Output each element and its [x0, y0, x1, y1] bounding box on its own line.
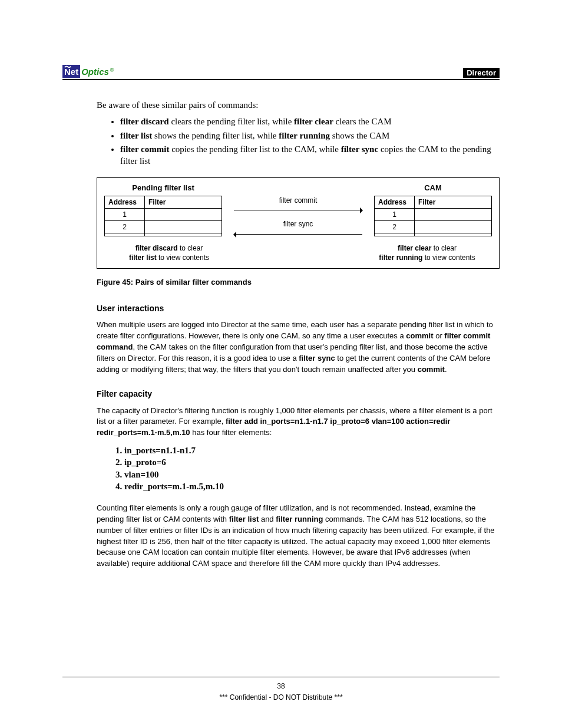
cam-table: AddressFilter 1 2	[374, 196, 492, 237]
arrow-sync-label: filter sync	[222, 219, 374, 229]
pending-table-col: Pending filter list AddressFilter 1 2	[104, 183, 222, 236]
arrows-column: filter commit filter sync	[222, 183, 374, 238]
user-interactions-heading: User interactions	[97, 303, 500, 314]
list-item: 3. vlan=100	[115, 469, 500, 480]
director-badge: Director	[463, 68, 500, 78]
under-cam-text: filter clear to clear filter running to …	[362, 243, 492, 262]
figure-box: Pending filter list AddressFilter 1 2 fi…	[97, 177, 500, 269]
under-pending-text: filter discard to clear filter list to v…	[104, 243, 234, 262]
confidential-notice: *** Confidential - DO NOT Distribute ***	[0, 692, 562, 703]
cam-table-col: CAM AddressFilter 1 2	[374, 183, 492, 236]
table-row: 1	[375, 208, 492, 220]
page-footer: 38 *** Confidential - DO NOT Distribute …	[0, 681, 562, 703]
table-row: 2	[375, 221, 492, 233]
arrow-commit-label: filter commit	[222, 196, 374, 205]
list-item: 4. redir_ports=m.1-m.5,m.10	[115, 480, 500, 492]
arrow-right-icon	[228, 206, 368, 215]
filter-capacity-para2: Counting filter elements is only a rough…	[97, 503, 500, 569]
intro-text: Be aware of these similar pairs of comma…	[97, 99, 500, 111]
logo-registered-icon: ®	[110, 67, 114, 73]
filter-capacity-para1: The capacity of Director's filtering fun…	[97, 406, 500, 439]
filter-capacity-heading: Filter capacity	[97, 388, 500, 400]
user-interactions-para: When multiple users are logged into Dire…	[97, 319, 500, 375]
list-item: 2. ip_proto=6	[115, 456, 500, 468]
list-item: filter list shows the pending filter lis…	[120, 130, 500, 141]
logo-wave-icon: 〜	[64, 65, 78, 69]
table-row: 2	[105, 221, 222, 233]
table-row: 1	[105, 208, 222, 220]
table-row	[375, 233, 492, 236]
page-number: 38	[0, 681, 562, 692]
cam-title: CAM	[374, 183, 492, 193]
pending-table: AddressFilter 1 2	[104, 196, 222, 237]
footer-rule	[62, 677, 500, 677]
list-item: filter commit copies the pending filter …	[120, 143, 500, 167]
logo: 〜 Net Optics ®	[62, 65, 114, 78]
page-header: 〜 Net Optics ® Director	[62, 65, 500, 80]
logo-optics-text: Optics	[81, 67, 109, 77]
arrow-left-icon	[228, 230, 368, 239]
command-pairs-list: filter discard clears the pending filter…	[97, 116, 500, 167]
table-row	[105, 233, 222, 236]
filter-elements-list: 1. in_ports=n1.1-n1.7 2. ip_proto=6 3. v…	[115, 444, 500, 492]
figure-caption: Figure 45: Pairs of similar filter comma…	[97, 277, 500, 288]
list-item: 1. in_ports=n1.1-n1.7	[115, 444, 500, 456]
list-item: filter discard clears the pending filter…	[120, 116, 500, 127]
pending-title: Pending filter list	[104, 183, 222, 193]
logo-net-box: 〜 Net	[62, 65, 80, 78]
